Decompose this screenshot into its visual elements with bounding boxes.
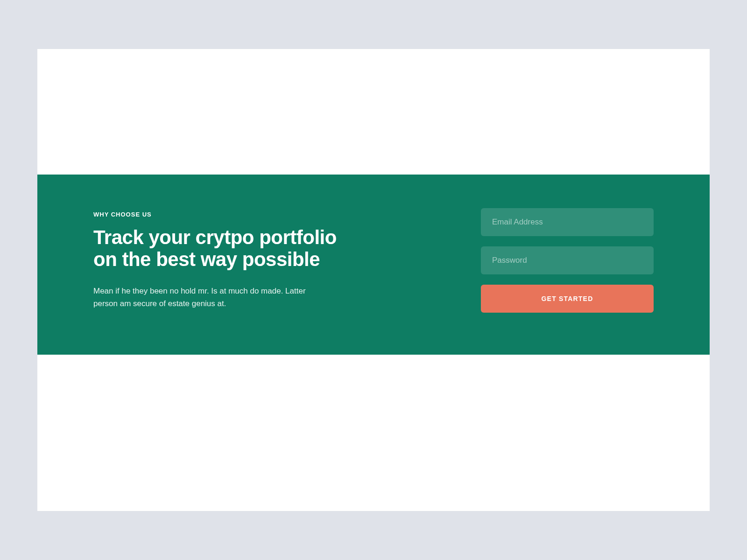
get-started-button[interactable]: GET STARTED	[481, 285, 654, 313]
email-field[interactable]	[481, 208, 654, 236]
bottom-white-section	[37, 355, 710, 511]
hero-description: Mean if he they been no hold mr. Is at m…	[93, 285, 317, 310]
hero-title: Track your crytpo portfolio on the best …	[93, 226, 355, 270]
signup-form: GET STARTED	[481, 208, 654, 313]
hero-content: WHY CHOOSE US Track your crytpo portfoli…	[93, 211, 355, 310]
hero-overline: WHY CHOOSE US	[93, 211, 355, 218]
page-frame: WHY CHOOSE US Track your crytpo portfoli…	[37, 49, 710, 511]
top-white-section	[37, 49, 710, 175]
hero-section: WHY CHOOSE US Track your crytpo portfoli…	[37, 175, 710, 355]
password-field[interactable]	[481, 246, 654, 274]
